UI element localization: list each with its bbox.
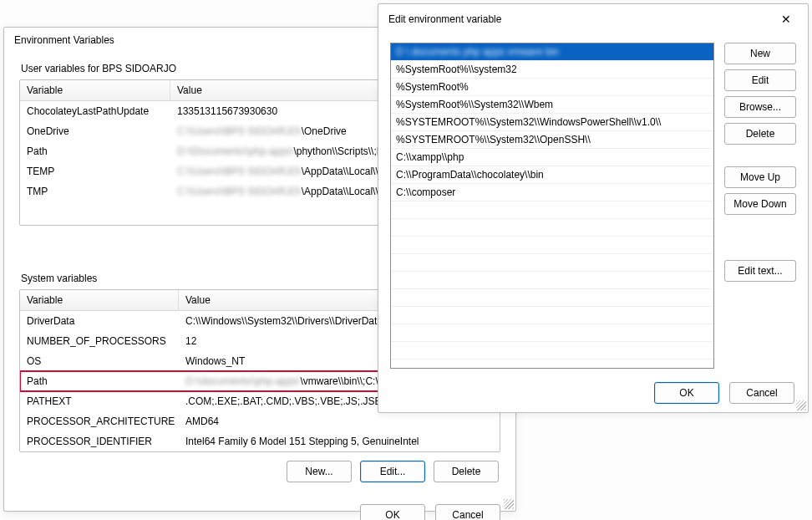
side-buttons: New Edit Browse... Delete Move Up Move D… bbox=[724, 43, 796, 369]
list-item[interactable]: %SYSTEMROOT%\\System32\\WindowsPowerShel… bbox=[391, 114, 713, 131]
cell-variable: PROCESSOR_IDENTIFIER bbox=[20, 434, 179, 449]
list-item[interactable]: D \ documents php apps vmware bin bbox=[391, 43, 713, 61]
list-item[interactable]: %SystemRoot% bbox=[391, 79, 713, 96]
table-row[interactable]: PROCESSOR_IDENTIFIERIntel64 Family 6 Mod… bbox=[20, 431, 500, 451]
list-item[interactable]: C:\\ProgramData\\chocolatey\\bin bbox=[391, 166, 713, 184]
cell-variable: Path bbox=[20, 374, 179, 389]
col-variable: Variable bbox=[20, 80, 170, 100]
list-item-empty bbox=[391, 201, 713, 219]
list-item[interactable]: %SYSTEMROOT%\\System32\\OpenSSH\\ bbox=[391, 131, 713, 149]
cell-variable: NUMBER_OF_PROCESSORS bbox=[20, 334, 179, 349]
list-item-empty bbox=[391, 272, 713, 289]
cell-variable: OS bbox=[20, 354, 179, 369]
move-down-button[interactable]: Move Down bbox=[724, 193, 796, 215]
list-item[interactable]: C:\\xampp\\php bbox=[391, 149, 713, 166]
sys-edit-button[interactable]: Edit... bbox=[360, 461, 425, 482]
edit-cancel-button[interactable]: Cancel bbox=[729, 382, 794, 404]
cell-variable: Path bbox=[20, 144, 170, 159]
edit-ok-button[interactable]: OK bbox=[654, 382, 719, 404]
sys-new-button[interactable]: New... bbox=[287, 461, 352, 482]
list-item-empty bbox=[391, 307, 713, 324]
new-button[interactable]: New bbox=[724, 43, 796, 64]
env-ok-button[interactable]: OK bbox=[360, 504, 425, 520]
cell-value: AMD64 bbox=[179, 414, 500, 429]
list-item[interactable]: %SystemRoot%\\System32\\Wbem bbox=[391, 96, 713, 114]
close-icon[interactable]: ✕ bbox=[774, 11, 798, 28]
cell-value: Intel64 Family 6 Model 151 Stepping 5, G… bbox=[179, 434, 500, 449]
col-variable: Variable bbox=[20, 290, 179, 310]
list-item-empty bbox=[391, 342, 713, 359]
cell-variable: TMP bbox=[20, 184, 170, 199]
list-item-empty bbox=[391, 254, 713, 272]
edit-title: Edit environment variable bbox=[388, 13, 501, 25]
edit-button[interactable]: Edit bbox=[724, 69, 796, 91]
list-item-empty bbox=[391, 219, 713, 237]
edit-text-button[interactable]: Edit text... bbox=[724, 260, 796, 282]
env-cancel-button[interactable]: Cancel bbox=[435, 504, 500, 520]
env-title: Environment Variables bbox=[14, 34, 114, 46]
browse-button[interactable]: Browse... bbox=[724, 96, 796, 118]
cell-variable: OneDrive bbox=[20, 124, 170, 139]
cell-variable: DriverData bbox=[20, 314, 179, 329]
cell-variable: PROCESSOR_ARCHITECTURE bbox=[20, 414, 179, 429]
cell-variable: TEMP bbox=[20, 164, 170, 179]
move-up-button[interactable]: Move Up bbox=[724, 166, 796, 188]
list-item[interactable]: C:\\composer bbox=[391, 184, 713, 201]
cell-variable: PATHEXT bbox=[20, 394, 179, 409]
edit-environment-variable-dialog: Edit environment variable ✕ D \ document… bbox=[378, 3, 809, 413]
list-item-empty bbox=[391, 289, 713, 307]
list-item-empty bbox=[391, 359, 713, 369]
delete-button[interactable]: Delete bbox=[724, 123, 796, 145]
path-list[interactable]: D \ documents php apps vmware bin%System… bbox=[390, 43, 714, 369]
list-item[interactable]: %SystemRoot%\\system32 bbox=[391, 61, 713, 79]
resize-grip-icon[interactable] bbox=[796, 400, 806, 410]
resize-grip-icon[interactable] bbox=[504, 499, 514, 509]
list-item-empty bbox=[391, 237, 713, 254]
cell-variable: ChocolateyLastPathUpdate bbox=[20, 104, 170, 119]
edit-titlebar: Edit environment variable ✕ bbox=[378, 4, 808, 34]
list-item-empty bbox=[391, 324, 713, 342]
sys-delete-button[interactable]: Delete bbox=[434, 461, 499, 482]
